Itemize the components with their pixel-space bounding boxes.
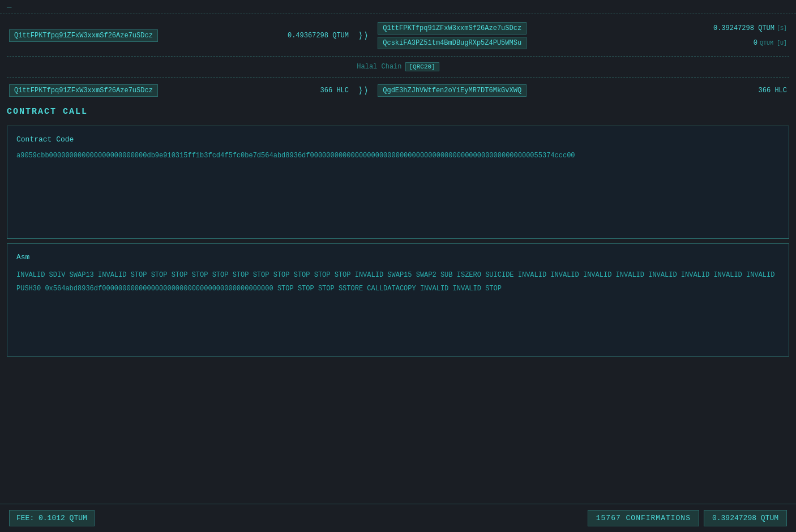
asm-panel: Asm INVALID SDIV SWAP13 INVALID STOP STO… [7,243,789,357]
transfer-right-1: Q1ttFPKTfpq91ZFxW3xxmSf26Aze7uSDcz 0.392… [378,22,787,49]
arrow-icon-1: ⟩⟩ [358,30,369,41]
halal-chain-badge: [QRC20] [405,62,439,71]
halal-chain-label: Halal Chain [357,63,401,71]
to-amount-1a: 0.39247298 QTUM[S] [713,24,787,32]
transfer-left-1: Q1ttFPKTfpq91ZFxW3xxmSf26Aze7uSDcz 0.493… [9,29,349,42]
contract-code-panel: Contract Code a9059cbb000000000000000000… [7,126,789,239]
transfer-section: Q1ttFPKTfpq91ZFxW3xxmSf26Aze7uSDcz 0.493… [0,14,796,100]
to-row-1a: Q1ttFPKTfpq91ZFxW3xxmSf26Aze7uSDcz 0.392… [378,22,787,35]
to-row-2a: QgdE3hZJhVWtfen2oYiEyMR7DT6MkGvXWQ 366 H… [378,84,787,97]
to-amount-1b: 0QTUM [U] [754,39,787,47]
bottom-amount-badge: 0.39247298 QTUM [704,510,787,526]
back-icon[interactable]: — [7,2,11,11]
top-nav: — [0,0,796,14]
transfer-row-1: Q1ttFPKTfpq91ZFxW3xxmSf26Aze7uSDcz 0.493… [7,19,789,53]
bottom-bar: FEE: 0.1012 QTUM 15767 CONFIRMATIONS 0.3… [0,504,796,532]
asm-value: INVALID SDIV SWAP13 INVALID STOP STOP ST… [16,268,780,295]
bottom-right: 15767 CONFIRMATIONS 0.39247298 QTUM [588,510,787,526]
arrow-icon-2: ⟩⟩ [358,85,369,96]
to-amount-2a: 366 HLC [759,87,787,95]
to-address-2a[interactable]: QgdE3hZJhVWtfen2oYiEyMR7DT6MkGvXWQ [378,84,527,97]
divider-2 [7,77,789,78]
asm-label: Asm [16,253,780,261]
from-address-1[interactable]: Q1ttFPKTfpq91ZFxW3xxmSf26Aze7uSDcz [9,29,158,42]
transfer-left-2: Q1ttFPKTfpq91ZFxW3xxmSf26Aze7uSDcz 366 H… [9,84,349,97]
to-row-1b: QcskiFA3PZ51tm4BmDBugRXp5Z4PU5WMSu 0QTUM… [378,37,787,49]
to-address-1a[interactable]: Q1ttFPKTfpq91ZFxW3xxmSf26Aze7uSDcz [378,22,527,35]
transfer-amount-1: 0.49367298 QTUM [288,32,349,40]
contract-call-title: CONTRACT CALL [0,100,796,121]
contract-code-value: a9059cbb000000000000000000000000db9e9103… [16,151,780,161]
halal-chain-row: Halal Chain [QRC20] [7,60,789,74]
transfer-amount-2: 366 HLC [320,87,349,95]
confirmations-badge: 15767 CONFIRMATIONS [588,510,699,526]
divider-1 [7,56,789,57]
contract-code-label: Contract Code [16,135,780,144]
to-address-1b[interactable]: QcskiFA3PZ51tm4BmDBugRXp5Z4PU5WMSu [378,37,527,49]
transfer-row-2: Q1ttFPKTfpq91ZFxW3xxmSf26Aze7uSDcz 366 H… [7,81,789,100]
from-address-2[interactable]: Q1ttFPKTfpq91ZFxW3xxmSf26Aze7uSDcz [9,84,158,97]
fee-label: FEE: 0.1012 QTUM [9,510,95,526]
transfer-right-2: QgdE3hZJhVWtfen2oYiEyMR7DT6MkGvXWQ 366 H… [378,84,787,97]
